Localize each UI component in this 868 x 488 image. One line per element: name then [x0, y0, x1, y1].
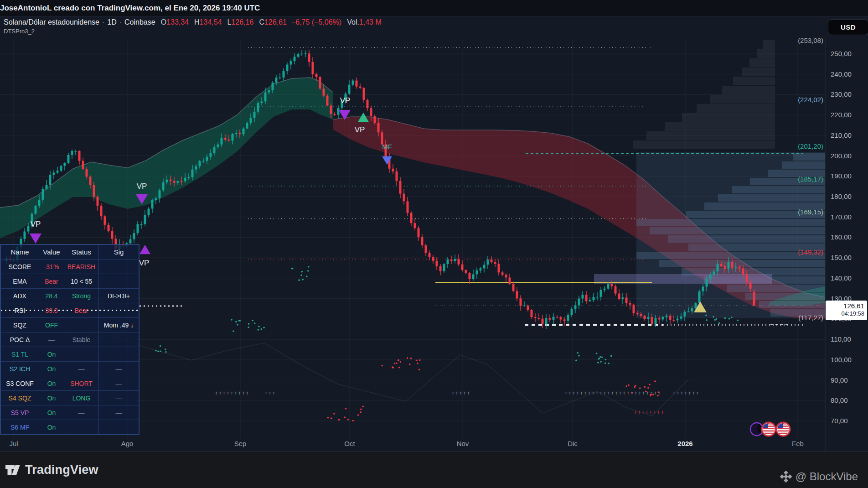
tradingview-chart-app: VP VP(253,08)(224,02)(201,20)(185,17)(16…: [0, 0, 868, 488]
indicator-row: RSI39.0Bear: [1, 303, 139, 317]
ohlc-values: O133,34H134,54L126,16C126,61: [155, 18, 287, 26]
price-axis-label: 140,00: [831, 274, 852, 282]
snapshot-title: JoseAntonioL creado con TradingView.com,…: [0, 4, 260, 12]
indicator-cell: [98, 260, 139, 274]
price-axis-label: 110,00: [831, 335, 851, 343]
tradingview-logo-icon: [5, 462, 21, 478]
table-header-row: NameValueStatusSig: [1, 245, 139, 259]
price-axis-label: 230,00: [831, 90, 852, 98]
price-axis-label: 250,00: [831, 50, 852, 57]
ohlc-value: 126,16: [231, 18, 253, 26]
indicator-cell: ADX: [1, 289, 39, 303]
price-axis-label: 70,00: [831, 417, 848, 425]
tradingview-logo-text: TradingView: [25, 463, 98, 477]
indicator-row: S1 TLOn——: [1, 347, 139, 361]
us-flag-icon: [762, 422, 775, 436]
indicator-cell: —: [98, 376, 139, 390]
indicator-cell: On: [39, 420, 64, 434]
ohlc-value: 126,61: [264, 18, 287, 26]
ohlc-letter: O: [161, 18, 166, 26]
volume-value: 1,43 M: [359, 18, 382, 26]
exchange-name: Coinbase: [124, 18, 155, 26]
indicator-cell: RSI: [1, 303, 39, 317]
volume-hash-marks: +++: [264, 390, 276, 396]
blockvibe-diamond-icon: [780, 471, 792, 483]
indicator-cell: S1 TL: [1, 347, 39, 361]
price-axis-label: 210,00: [831, 131, 852, 139]
indicator-cell: -31%: [39, 260, 64, 274]
indicator-row: S4 SQZOnLONG—: [1, 390, 139, 405]
table-header-cell: Name: [1, 245, 39, 259]
snapshot-header: JoseAntonioL creado con TradingView.com,…: [0, 0, 868, 16]
indicator-row: S6 MFOn——: [1, 420, 139, 434]
marker-label: VP: [340, 96, 351, 105]
level-label: (169,15): [798, 208, 823, 216]
marker-label: VP: [31, 220, 41, 228]
blockvibe-text: @ BlockVibe: [796, 470, 858, 483]
symbol-name[interactable]: Solana/Dólar estadounidense: [4, 18, 99, 26]
indicator-cell: S2 ICH: [1, 362, 39, 376]
indicator-cell: POC Δ: [1, 332, 39, 347]
price-axis-label: 190,00: [831, 172, 852, 180]
time-axis-label: Ago: [121, 440, 134, 447]
indicator-cell: LONG: [64, 391, 98, 405]
triangle-down-marker: [30, 234, 41, 244]
indicator-cell: EMA: [1, 274, 39, 288]
tradingview-logo[interactable]: TradingView: [5, 462, 98, 478]
marker-label: VP: [139, 259, 150, 267]
indicator-row: POC Δ—Stable: [1, 332, 139, 347]
time-axis-label: 2026: [677, 440, 692, 447]
time-axis-label: Sep: [234, 440, 247, 447]
blockvibe-watermark: @ BlockVibe: [780, 470, 858, 483]
last-price-box: 126,61 04:19:58: [826, 301, 867, 320]
last-price: 126,61: [826, 302, 864, 310]
triangle-down-marker: [382, 156, 392, 165]
price-axis-label: 240,00: [831, 70, 852, 78]
indicator-cell: Bear: [64, 303, 98, 317]
indicator-cell: On: [39, 391, 64, 405]
indicator-cell: 28.4: [39, 289, 64, 303]
time-axis-label: Feb: [792, 440, 804, 447]
indicator-cell: [98, 303, 139, 317]
price-axis-label: 220,00: [831, 111, 852, 119]
indicator-name[interactable]: DTSPro3_2: [4, 28, 35, 35]
timeframe[interactable]: 1D: [107, 18, 116, 26]
indicator-cell: On: [39, 405, 64, 420]
indicator-cell: —: [98, 391, 139, 405]
level-label: (224,02): [798, 96, 823, 104]
indicator-cell: Strong: [64, 289, 98, 303]
indicator-cell: DI->DI+: [98, 289, 139, 303]
indicator-cell: —: [64, 420, 98, 434]
indicator-row: S3 CONFOnSHORT—: [1, 376, 139, 390]
indicator-row: EMABear10 < 55: [1, 274, 139, 288]
table-header-cell: Status: [64, 245, 98, 259]
time-axis-label: Nov: [457, 440, 469, 447]
indicator-cell: SHORT: [64, 376, 98, 390]
indicator-cell: —: [98, 420, 139, 434]
time-axis[interactable]: JulAgoSepOctNovDic2026Feb: [9, 440, 804, 447]
price-axis[interactable]: 250,00240,00230,00220,00210,00200,00190,…: [831, 50, 852, 425]
indicator-cell: Bear: [39, 274, 64, 288]
separator: ·: [119, 18, 122, 26]
flag-stickers: [749, 420, 791, 439]
indicator-cell: 39.0: [39, 303, 64, 317]
symbol-legend[interactable]: Solana/Dólar estadounidense·1D·CoinbaseO…: [4, 18, 382, 26]
price-axis-label: 180,00: [831, 192, 852, 200]
indicator-row: SCORE-31%BEARISH: [1, 259, 139, 274]
indicator-cell: —: [98, 347, 139, 361]
indicator-cell: [64, 318, 98, 332]
indicator-row: S2 ICHOn——: [1, 361, 139, 376]
level-label: (117,27): [798, 314, 823, 322]
price-axis-label: 80,00: [831, 396, 848, 404]
currency-toggle-button[interactable]: USD: [828, 19, 868, 35]
time-axis-label: Dic: [568, 440, 578, 447]
indicator-row: SQZOFFMom .49 ↓: [1, 317, 139, 332]
indicator-cell: Mom .49 ↓: [98, 318, 139, 332]
indicator-cell: —: [64, 362, 98, 376]
indicator-cell: —: [64, 347, 98, 361]
time-axis-label: Oct: [344, 440, 355, 447]
price-axis-label: 150,00: [831, 254, 852, 261]
indicator-cell: SQZ: [1, 318, 39, 332]
table-header-cell: Sig: [98, 245, 139, 259]
indicator-status-table: NameValueStatusSigSCORE-31%BEARISHEMABea…: [0, 244, 140, 435]
